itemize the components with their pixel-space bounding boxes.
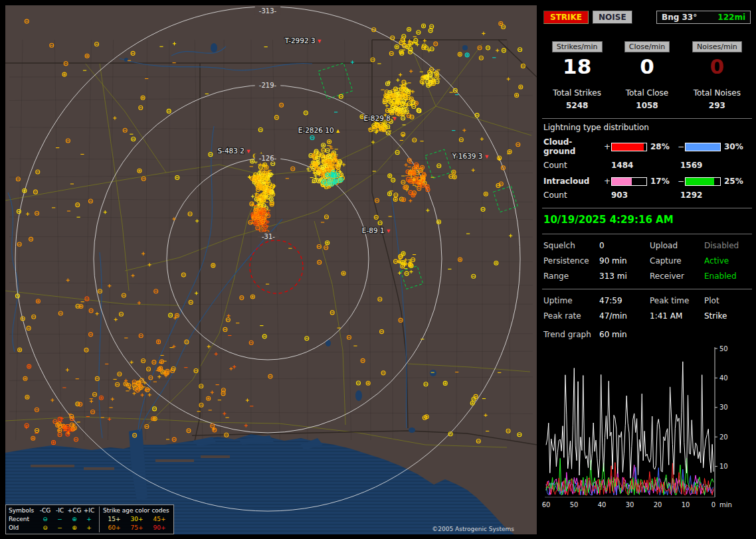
x-tick-label: 10 [682,501,690,508]
total-close-label: Total Close [626,88,669,98]
noises-per-min-col: Noises/min 0 Total Noises 293 [682,41,752,110]
mode-row: STRIKE NOISE Bng 33° 122mi [543,11,751,24]
noises-per-min-value: 0 [710,55,725,78]
ic-neg-pct: 25% [721,177,751,186]
storm-cell-label: E-2826 10 ▴ [298,126,340,134]
persistence-value: 90 min [599,256,650,266]
recent-ic-neg-icon: − [52,515,67,524]
plot-value: Strike [704,311,751,321]
ic-pos-bar [611,177,647,186]
y-tick-label: 20 [719,433,728,441]
map-canvas[interactable]: -126--219--313--31-T-2992 3 ▾E-2826 10 ▴… [5,5,537,534]
ic-pos-count: 903 [611,191,680,200]
lightning-map[interactable]: -126--219--313--31-T-2992 3 ▾E-2826 10 ▴… [5,5,537,534]
peak-time-value: 1:41 AM [650,311,704,321]
legend-old-label: Old [9,524,38,532]
receiver-status: Enabled [704,271,751,281]
rate-columns: Strikes/min 18 Total Strikes 5248 Close/… [542,41,752,110]
uptime-label: Uptime [543,296,599,305]
recent-cg-neg-icon: ⊖ [38,515,52,524]
storm-cell-label: E-89 1 ▾ [362,226,391,234]
peak-rate-label: Peak rate [543,311,599,321]
divider [542,118,752,119]
range-label: Range [543,271,599,281]
old-ic-neg-icon: − [52,524,67,532]
age-75: 75+ [126,524,148,532]
cg-pos-count: 1484 [611,161,680,170]
ic-pos-pct: 17% [647,177,677,186]
age-45: 45+ [148,515,171,524]
plus-sign: + [603,142,611,151]
legend-symbols: Symbols -CG -IC +CG +IC Recent ⊖ − ⊕ + O… [9,506,96,532]
minus-sign: − [677,177,685,186]
strikes-per-min-col: Strikes/min 18 Total Strikes 5248 [542,41,612,110]
nexstorm-window: -126--219--313--31-T-2992 3 ▾E-2826 10 ▴… [0,0,756,539]
strike-mode-button[interactable]: STRIKE [543,11,589,24]
count-label: Count [543,161,611,170]
close-per-min-value: 0 [640,55,654,78]
cg-pos-pct: 28% [647,142,677,151]
peak-time-label: Peak time [650,296,704,305]
capture-label: Capture [650,256,704,266]
bearing-range: 122mi [717,13,745,22]
x-tick-label: 30 [626,501,634,508]
intracloud-label: Intracloud [543,177,603,186]
cloud-ground-count-row: Count 1484 1569 [543,161,751,170]
y-tick-label: 10 [719,463,728,470]
close-per-min-label: Close/min [624,41,670,52]
range-ring-label: -126- [259,155,277,162]
legend-age-title: Strike age color codes [103,506,171,515]
age-15: 15+ [103,515,126,524]
legend-col-cg-pos: +CG [67,506,82,515]
ic-neg-count: 1292 [680,191,702,200]
trend-graph: 10203040506050403020100min [542,345,749,516]
cg-neg-count: 1569 [680,161,702,170]
legend-recent-label: Recent [9,515,38,524]
old-ic-pos-icon: + [82,524,96,532]
cg-pos-bar [611,143,647,151]
legend-col-ic-pos: +IC [82,506,96,515]
total-strikes-value: 5248 [566,101,588,110]
y-tick-label: 30 [719,404,728,411]
cloud-ground-label: Cloud-ground [543,137,603,156]
old-cg-neg-icon: ⊖ [38,524,52,532]
uptime-value: 47:59 [599,296,650,305]
age-30: 30+ [126,515,148,524]
distribution-title: Lightning type distribution [543,123,751,132]
close-per-min-col: Close/min 0 Total Close 1058 [612,41,682,110]
strikes-per-min-value: 18 [563,55,591,78]
plot-label: Plot [704,296,751,305]
storm-cell-label: T-2992 3 ▾ [284,37,322,44]
upload-status: Disabled [704,241,751,250]
y-tick-label: 40 [719,374,728,382]
trend-series-strike-rate [546,362,713,479]
receiver-label: Receiver [650,271,704,281]
cg-neg-bar [685,143,721,151]
intracloud-row: Intracloud + 17% − 25% [543,177,751,186]
bearing-box: Bng 33° 122mi [656,11,751,24]
x-tick-label: 40 [598,501,607,508]
recent-ic-pos-icon: + [82,515,96,524]
plus-sign: + [603,177,611,186]
status-panel: STRIKE NOISE Bng 33° 122mi Strikes/min 1… [542,5,752,534]
squelch-value: 0 [599,241,650,250]
intracloud-count-row: Count 903 1292 [543,191,751,200]
range-ring-label: -313- [259,7,277,15]
close-ring-label: -31- [262,233,275,240]
storm-cell-label: S-483 2 ▾ [217,147,250,155]
legend-symbols-title: Symbols [9,506,38,515]
bearing-label: Bng 33° [662,13,697,22]
age-60: 60+ [103,524,126,532]
strike-legend: Symbols -CG -IC +CG +IC Recent ⊖ − ⊕ + O… [5,504,174,534]
x-tick-label: 60 [542,501,550,508]
divider [542,289,752,289]
minus-sign: − [677,142,685,151]
noises-per-min-label: Noises/min [692,41,742,52]
total-noises-label: Total Noises [694,88,741,98]
capture-status: Active [704,256,751,266]
noise-mode-button[interactable]: NOISE [593,11,632,24]
settings-grid: Squelch 0 Upload Disabled Persistence 90… [543,241,751,281]
total-noises-value: 293 [709,101,725,110]
trend-graph-label: Trend graph [543,330,599,339]
x-tick-label: 0 [711,501,715,508]
